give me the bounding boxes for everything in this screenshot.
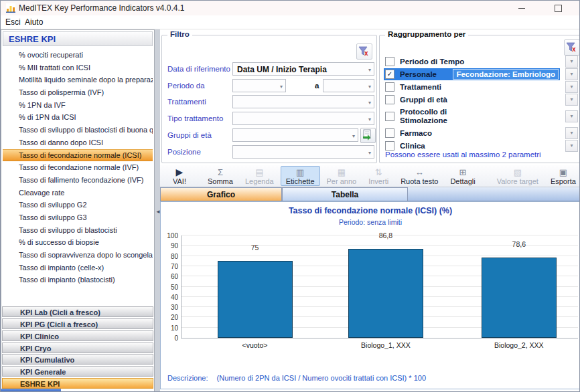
play-icon: ▶ [176,167,184,177]
sidebar-item-tasso-di-danno-dopo-icsi[interactable]: Tasso di danno dopo ICSI [3,136,153,149]
grouping-dropdown-button[interactable]: ▾ [565,127,578,139]
sidebar-item-ovociti-recuperati[interactable]: % ovociti recuperati [3,49,153,62]
sidebar-group-kpi-cryo[interactable]: KPI Cryo [2,342,153,353]
posizione-combo[interactable]: ▾ [232,145,374,159]
grouping-label: Personale [400,70,437,79]
sidebar-header: ESHRE KPI [3,31,153,46]
sidebar-item-tasso-di-sopravvivenza-dopo-lo-scongelam[interactable]: Tasso di sopravvivenza dopo lo scongelam… [3,249,153,262]
y-axis-tick: 20 [158,314,178,321]
toolbar-button-label: Etichette [286,177,315,185]
grouping-dropdown-button[interactable]: ▾ [565,110,578,122]
plot: 010203040506070809010075<vuoto>86,8Biolo… [181,235,578,338]
labels-icon: ▥ [296,167,304,177]
sidebar-item-motilit-liquido-seminale-dopo-la-prepara[interactable]: Motilità liquido seminale dopo la prepar… [3,74,153,86]
toolbar-button-esporta[interactable]: ▣Esporta [545,166,580,186]
toolbar-button-inverti[interactable]: ⇅Inverti [363,166,394,186]
checkbox-protocollo-di-stimolazione[interactable] [385,112,394,121]
grouping-label: Periodo di Tempo [400,58,464,66]
bar-value-label: 86,8 [366,231,406,239]
grouping-dropdown-button[interactable]: ▾ [565,68,578,80]
clear-grouping-button[interactable]: x [564,39,580,56]
sidebar-group-kpi-lab-cicli-a-fresco[interactable]: KPI Lab (Cicli a fresco) [2,306,153,317]
grouping-row-periodo-di-tempo: Periodo di Tempo▾ [384,56,578,68]
sidebar-item-tasso-di-fallimento-fecondazione-ivf[interactable]: Tasso di fallimento fecondazione (IVF) [3,174,153,187]
sidebar-item-tasso-di-impianto-celle-x[interactable]: Tasso di impianto (celle-x) [3,262,153,274]
sidebar-item-tasso-di-sviluppo-di-blastocisti-di-buon[interactable]: Tasso di sviluppo di blastocisti di buon… [3,124,153,136]
grouping-row-left: Protocollo di Stimolazione [384,107,560,126]
gruppi-eta-combo[interactable]: ▾ [232,128,358,142]
window-title: MedITEX Key Performance Indicators v4.0.… [19,3,184,13]
grouping-dropdown-button[interactable]: ▾ [565,81,578,93]
field-label-data-riferimento: Data di riferimento [167,65,230,73]
toolbar-button-legenda[interactable]: ▤Legenda [240,166,279,186]
menu-aiuto[interactable]: Aiuto [25,17,43,27]
sidebar-item-di-successo-di-biopsie[interactable]: % di successo di biopsie [3,236,153,249]
grouping-note: Possono essere usati al massimo 2 parame… [385,151,541,159]
grouping-row-trattamenti: Trattamenti▾ [384,81,578,93]
toolbar-button-etichette[interactable]: ▥Etichette [281,166,320,186]
maximize-button[interactable] [546,1,570,15]
checkbox-trattamenti[interactable] [385,82,394,92]
grouping-row-personale: ✓PersonaleFecondazione: Embriologo▾ [384,68,578,80]
grouping-dropdown-button[interactable]: ▾ [565,140,578,152]
periodo-a-combo[interactable]: ▾ [323,79,374,92]
data-riferimento-combo[interactable]: Data UM / Inizio Terapia ▾ [232,62,374,76]
partial-scroll-strip [1,389,61,392]
export-icon: ▣ [559,167,567,177]
clear-filter-button[interactable]: x [356,43,372,60]
sidebar-item-tasso-di-fecondazione-normale-icsi[interactable]: Tasso di fecondazione normale (ICSI) [3,149,153,162]
sidebar-item-tasso-di-fecondazione-normale-ivf[interactable]: Tasso di fecondazione normale (IVF) [3,161,153,174]
y-axis-tick: 70 [158,263,178,270]
sidebar-group-kpi-clinico[interactable]: KPI Clinico [2,330,153,341]
sidebar-item-tasso-di-impianto-blastocisti[interactable]: Tasso di impianto (blastocisti) [3,274,153,286]
chevron-down-icon: ▾ [368,150,371,156]
grouping-row-left: Trattamenti [384,82,560,92]
grouping-label: Protocollo di Stimolazione [400,108,474,125]
field-label-a: a [315,82,319,90]
filter-panel: Filtro x Data di riferimento Data UM / I… [161,35,377,163]
sidebar-group-kpi-pg-cicli-a-fresco[interactable]: KPI PG (Cicli a fresco) [2,318,153,329]
menu-esci[interactable]: Esci [5,17,21,27]
tab-grafico[interactable]: Grafico [160,187,282,201]
sidebar-group-kpi-generale[interactable]: KPI Generale [2,366,153,377]
checkbox-farmaco[interactable] [385,128,394,138]
app-icon [6,3,15,13]
sidebar-item-mii-trattati-con-icsi[interactable]: % MII trattati con ICSI [3,62,153,74]
y-axis-tick: 10 [158,324,178,332]
checkbox-personale[interactable]: ✓ [385,70,394,79]
checkbox-periodo-di-tempo[interactable] [385,57,394,66]
toolbar-button-ruota-testo[interactable]: ↔Ruota testo [395,166,443,186]
trattamenti-combo[interactable]: ▾ [232,95,374,108]
checkbox-gruppi-di-et[interactable] [385,95,394,104]
tab-tabella[interactable]: Tabella [282,187,408,201]
sidebar-group-eshre-kpi[interactable]: ESHRE KPI [2,378,153,389]
y-axis-tick: 100 [158,232,178,239]
sidebar-item-tasso-di-sviluppo-di-blastocisti[interactable]: Tasso di sviluppo di blastocisti [3,224,153,237]
filter-panel-title: Filtro [167,30,192,38]
toolbar-button-dettagli[interactable]: ⊞Dettagli [445,166,480,186]
sidebar-item-tasso-di-polispermia-ivf[interactable]: Tasso di polispermia (IVF) [3,86,153,99]
toolbar-button-label: Ruota testo [401,177,438,185]
sidebar-group-kpi-cumulativo[interactable]: KPI Cumulativo [2,354,153,365]
minimize-button[interactable] [510,1,534,15]
grouping-dropdown-button[interactable]: ▾ [565,56,578,68]
grouping-panel-title: Raggruppamento per [385,30,468,38]
field-label-periodo-da: Periodo da [167,82,205,90]
sidebar-item-tasso-di-sviluppo-g2[interactable]: Tasso di sviluppo G2 [3,199,153,211]
chart-title: Tasso di fecondazione normale (ICSI) (%) [161,206,580,215]
edit-age-groups-button[interactable] [360,128,376,143]
x-axis-category-label: Biologo_2, XXX [472,341,566,349]
toolbar-button-somma[interactable]: ΣSomma [202,166,238,186]
sidebar-item-1pn-da-ivf[interactable]: % 1PN da IVF [3,99,153,112]
sidebar-item-tasso-di-sviluppo-g3[interactable]: Tasso di sviluppo G3 [3,211,153,224]
toolbar-button-valore-target[interactable]: ▧Valore target [492,166,544,186]
sidebar-item-di-1pn-da-icsi[interactable]: % di 1PN da ICSI [3,111,153,124]
tipo-trattamento-combo[interactable]: ▾ [232,112,374,125]
toolbar-button-per-anno[interactable]: ▦Per anno [321,166,362,186]
grouping-dropdown-button[interactable]: ▾ [565,94,578,106]
checkbox-clinica[interactable] [385,141,394,151]
periodo-da-combo[interactable]: ▾ [232,79,286,92]
toolbar-button-vai[interactable]: ▶VAI! [167,166,192,186]
sidebar-item-cleavage-rate[interactable]: Cleavage rate [3,187,153,199]
toolbar-button-label: VAI! [173,177,186,185]
